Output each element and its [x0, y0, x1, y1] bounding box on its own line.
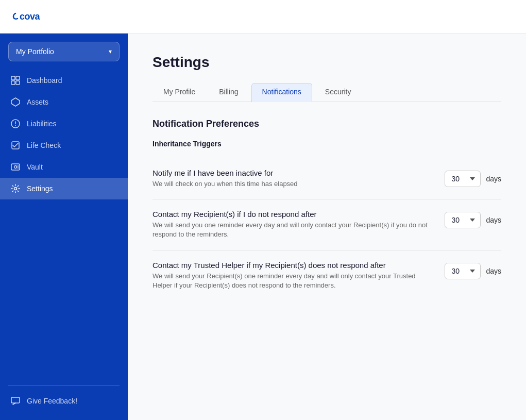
feedback-label: Give Feedback! [27, 397, 77, 405]
recipient-respond-days-select[interactable]: 1 7 14 30 60 90 [445, 212, 481, 228]
topbar: cova [0, 0, 526, 33]
life-check-icon [10, 140, 21, 150]
sidebar-item-label: Settings [27, 184, 53, 193]
tab-security[interactable]: Security [314, 83, 362, 102]
portfolio-selector-label: My Portfolio [16, 47, 54, 56]
recipient-respond-days-label: days [486, 216, 501, 224]
svg-rect-3 [11, 81, 15, 85]
preference-desc-inactive: We will check on you when this time has … [152, 179, 434, 189]
preference-control-recipient-respond: 1 7 14 30 60 90 days [445, 212, 501, 228]
preference-item-trusted-helper: Contact my Trusted Helper if my Recipien… [152, 250, 501, 300]
sidebar-item-dashboard[interactable]: Dashboard [0, 70, 128, 91]
subsection-title: Inheritance Triggers [152, 140, 501, 148]
preference-label-inactive: Notify me if I have been inactive for [152, 169, 434, 177]
svg-point-13 [14, 188, 17, 190]
tabs: My Profile Billing Notifications Securit… [152, 83, 501, 102]
trusted-helper-days-select[interactable]: 1 7 14 30 60 90 [445, 263, 481, 279]
sidebar-item-settings[interactable]: Settings [0, 178, 128, 199]
sidebar-item-liabilities[interactable]: Liabilities [0, 113, 128, 135]
svg-marker-5 [11, 98, 20, 106]
portfolio-selector[interactable]: My Portfolio ▾ [8, 42, 120, 61]
svg-point-8 [15, 125, 16, 126]
svg-rect-2 [16, 76, 20, 80]
svg-point-11 [14, 166, 17, 169]
content-area: Settings My Profile Billing Notification… [128, 33, 526, 420]
feedback-icon [10, 396, 21, 406]
assets-icon [10, 97, 21, 107]
sidebar: My Portfolio ▾ Dashboard [0, 33, 128, 420]
tab-my-profile[interactable]: My Profile [152, 83, 206, 102]
preference-text-trusted-helper: Contact my Trusted Helper if my Recipien… [152, 261, 434, 290]
main-layout: My Portfolio ▾ Dashboard [0, 33, 526, 420]
sidebar-nav: Dashboard Assets [0, 65, 128, 381]
sidebar-divider [8, 385, 120, 386]
sidebar-item-label: Dashboard [27, 76, 62, 85]
preference-text-inactive: Notify me if I have been inactive for We… [152, 169, 434, 189]
preference-text-recipient-respond: Contact my Recipient(s) if I do not resp… [152, 210, 434, 239]
logo: cova [12, 9, 43, 24]
preference-control-inactive: 1 7 14 30 60 90 days [445, 171, 501, 187]
preference-label-recipient-respond: Contact my Recipient(s) if I do not resp… [152, 210, 434, 219]
page-title: Settings [152, 54, 501, 71]
notification-preferences: Notification Preferences Inheritance Tri… [152, 119, 501, 300]
svg-rect-4 [16, 81, 20, 85]
sidebar-item-life-check[interactable]: Life Check [0, 135, 128, 156]
trusted-helper-days-label: days [486, 267, 501, 275]
feedback-button[interactable]: Give Feedback! [0, 390, 128, 412]
preference-desc-trusted-helper: We will send your Recipient(s) one remin… [152, 272, 434, 290]
tab-billing[interactable]: Billing [208, 83, 249, 102]
vault-icon [10, 162, 21, 172]
sidebar-item-label: Life Check [27, 141, 61, 149]
settings-icon [10, 183, 21, 194]
liabilities-icon [10, 119, 21, 129]
inactive-days-select[interactable]: 1 7 14 30 60 90 [445, 171, 481, 187]
svg-rect-14 [11, 397, 20, 403]
preference-item-recipient-respond: Contact my Recipient(s) if I do not resp… [152, 199, 501, 250]
sidebar-item-label: Vault [27, 163, 43, 171]
dashboard-icon [10, 75, 21, 86]
inactive-days-label: days [486, 175, 501, 183]
sidebar-item-label: Assets [27, 98, 48, 106]
section-title: Notification Preferences [152, 119, 501, 129]
preference-label-trusted-helper: Contact my Trusted Helper if my Recipien… [152, 261, 434, 270]
svg-rect-1 [11, 76, 15, 80]
sidebar-item-label: Liabilities [27, 120, 57, 128]
sidebar-item-vault[interactable]: Vault [0, 156, 128, 178]
preference-desc-recipient-respond: We will send you one reminder every day … [152, 221, 434, 239]
tab-notifications[interactable]: Notifications [251, 83, 312, 102]
svg-text:cova: cova [20, 11, 41, 22]
preference-control-trusted-helper: 1 7 14 30 60 90 days [445, 263, 501, 279]
portfolio-chevron-icon: ▾ [109, 48, 112, 55]
sidebar-item-assets[interactable]: Assets [0, 91, 128, 113]
preference-item-inactive: Notify me if I have been inactive for We… [152, 158, 501, 199]
